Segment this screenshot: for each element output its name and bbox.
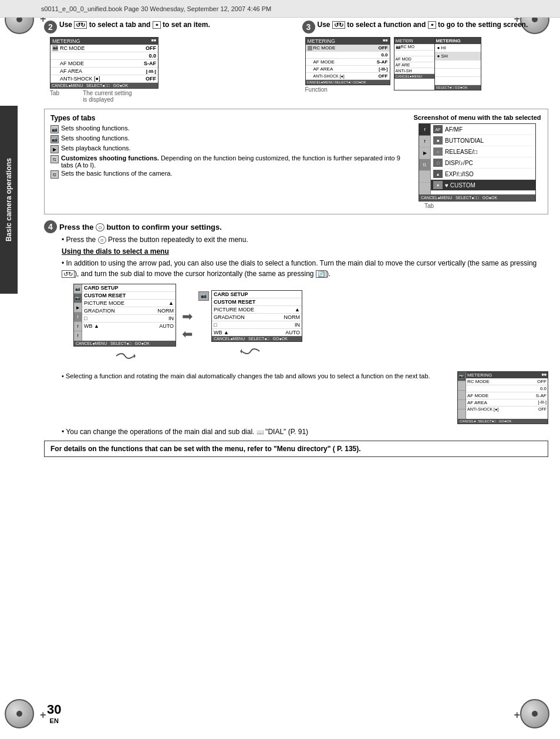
type5-text: Sets the basic functions of the camera. bbox=[61, 170, 173, 177]
metering-content: METERING■■ RC MODEOFF 0.0 AF MODES-AF AF… bbox=[466, 372, 548, 419]
type3-text: Sets playback functions. bbox=[61, 145, 131, 152]
type-icon-1: 📷 bbox=[50, 125, 59, 133]
type-row-2: 📷 Sets shooting functions. bbox=[50, 135, 401, 143]
types-right: Screenshot of menu with the tab selected… bbox=[413, 114, 542, 209]
dial-symbol-1 bbox=[73, 349, 176, 367]
info-box: For details on the functions that can be… bbox=[44, 441, 548, 457]
screen1-labels: Tab The current settingis displayed bbox=[50, 90, 291, 103]
menu-footer: CANCEL●MENU SELECT●□□ GO●OK bbox=[419, 194, 535, 201]
setup-screen-1: 📷 📷 ▶ f f f CARD SETUP CUSTOM RESET PICT… bbox=[73, 284, 176, 367]
main-content: 2 Use ↺↻ to select a tab and ⚬ to set an… bbox=[44, 21, 548, 727]
setup-cam-2: CARD SETUP CUSTOM RESET PICTURE MODE▲ GR… bbox=[211, 290, 302, 342]
current-setting-label: The current settingis displayed bbox=[83, 90, 131, 103]
svg-marker-0 bbox=[134, 354, 136, 358]
type4-desc: Customizes shooting functions. Depending… bbox=[61, 154, 401, 169]
menu-icon-e: ▲ bbox=[433, 170, 443, 178]
menu-icon-r: ○ bbox=[433, 147, 443, 156]
step2-num: 2 bbox=[44, 21, 57, 33]
camera-icon: 📷 bbox=[198, 291, 209, 301]
menu-tab-col: f f ▶ f1 bbox=[419, 124, 431, 194]
menu-icon-af: AF bbox=[433, 125, 443, 133]
cam-row: 0.0 bbox=[50, 52, 158, 60]
step4-area: 4 Press the ○ button to confirm your set… bbox=[44, 220, 548, 457]
cam-screen-1: METERING ■■ 📷 RC MODE OFF 0.0 bbox=[50, 37, 158, 89]
bottom-note: • You can change the operations of the m… bbox=[62, 428, 548, 436]
cam-popup: METERING ● HI ● SH SELECT●□ GO●OK bbox=[434, 37, 481, 90]
metering-tab: 📷 bbox=[458, 372, 466, 419]
horizontal-arrows: ➡ ⬅ bbox=[182, 309, 193, 342]
metering-cam: 📷 METERING■■ RC MODEOFF 0.0 AF MODES-AF … bbox=[457, 371, 548, 424]
cam-row: AF AREA [-III-] bbox=[306, 66, 390, 73]
svg-marker-1 bbox=[240, 349, 242, 354]
type-icon-4: f1 bbox=[50, 155, 59, 163]
bullet2-row: • Selecting a function and rotating the … bbox=[62, 371, 548, 424]
cam-row: AF MODE S-AF bbox=[306, 59, 390, 66]
left-arrow: ⬅ bbox=[182, 327, 193, 342]
step3-screen-a: METERING ■■ RC MODE OFF 0.0 bbox=[305, 37, 390, 93]
tab-label-2: Tab bbox=[424, 203, 542, 209]
cam-row: ANTI-SHOCK [●] OFF bbox=[306, 73, 390, 80]
types-left: Types of tabs 📷 Sets shooting functions.… bbox=[50, 114, 401, 209]
types-box: Types of tabs 📷 Sets shooting functions.… bbox=[44, 109, 548, 214]
side-tab: Basic camera operations bbox=[0, 106, 18, 294]
step2-text: Use ↺↻ to select a tab and ⚬ to set an i… bbox=[59, 21, 210, 29]
tab-label: Tab bbox=[50, 90, 59, 103]
cam-row: ANTI-SHOCK [●] OFF bbox=[50, 75, 158, 83]
setup-tab-1: 📷 📷 ▶ f f f bbox=[74, 284, 82, 341]
cam-screen2-footer: CANCEL●MENU SELECT●□ GO●OK bbox=[306, 80, 390, 85]
cam-screen-3-left: METERI 📷RC MO AF MOD AF ARE ANTI-SH CANC… bbox=[394, 37, 435, 90]
steps-2-3-row: 2 Use ↺↻ to select a tab and ⚬ to set an… bbox=[44, 21, 548, 103]
right-arrow: ➡ bbox=[182, 309, 193, 324]
dials-para: • In addition to using the arrow pad, yo… bbox=[62, 258, 548, 279]
cam-row: AF AREA [-III-] bbox=[50, 68, 158, 75]
header-text: s0011_e_00_0_unified.book Page 30 Wednes… bbox=[41, 5, 271, 12]
type-row-3: ▶ Sets playback functions. bbox=[50, 145, 401, 153]
setup-footer-1: CANCEL●MENU SELECT●□ GO●OK bbox=[74, 341, 176, 346]
types-title: Types of tabs bbox=[50, 114, 401, 122]
step2-col: 2 Use ↺↻ to select a tab and ⚬ to set an… bbox=[44, 21, 291, 103]
step2-heading: 2 Use ↺↻ to select a tab and ⚬ to set an… bbox=[44, 21, 291, 33]
setup-cam-1: 📷 📷 ▶ f f f CARD SETUP CUSTOM RESET PICT… bbox=[73, 284, 176, 347]
menu-item-custom: ♥ ♥ CUSTOM bbox=[431, 180, 535, 191]
cam-screen1-footer: CANCEL●MENU SELECT●□□ GO●OK bbox=[50, 83, 158, 88]
step3-text: Use ↺↻ to select a function and ⚬ to go … bbox=[318, 21, 528, 29]
step4-text: Press the ○ button to confirm your setti… bbox=[59, 223, 222, 231]
type-row-5: f2 Sets the basic functions of the camer… bbox=[50, 170, 401, 179]
menu-icon-b: ■ bbox=[433, 136, 443, 145]
type-icon-5: f2 bbox=[50, 170, 59, 179]
cam-row: 0.0 bbox=[306, 52, 390, 59]
step2-screen-area: METERING ■■ 📷 RC MODE OFF 0.0 bbox=[50, 37, 291, 103]
setup-screens-row: 📷 📷 ▶ f f f CARD SETUP CUSTOM RESET PICT… bbox=[73, 284, 548, 367]
header-bar: s0011_e_00_0_unified.book Page 30 Wednes… bbox=[0, 0, 560, 18]
type4-title: Customizes shooting functions. bbox=[61, 154, 159, 162]
cam-row: 📷 RC MODE OFF bbox=[50, 45, 158, 52]
menu-icon-c: ♥ bbox=[433, 181, 443, 189]
bullet2-left: • Selecting a function and rotating the … bbox=[62, 371, 448, 424]
menu-item-buttondial: ■ BUTTON/DIAL bbox=[431, 135, 535, 146]
menu-item-afmf: AF AF/MF bbox=[431, 124, 535, 135]
cam-row: RC MODE OFF bbox=[306, 45, 390, 52]
menu-icon-d: □ bbox=[433, 159, 443, 167]
step3-col: 3 Use ↺↻ to select a function and ⚬ to g… bbox=[302, 21, 549, 103]
metering-footer: CANCEL● SELECT●□ GO●OK bbox=[458, 419, 548, 424]
setup-screen-2: 📷 CARD SETUP CUSTOM RESET PICTURE MODE▲ … bbox=[198, 290, 302, 361]
screenshot-label: Screenshot of menu with the tab selected bbox=[413, 114, 542, 121]
metering-screen-small: 📷 METERING■■ RC MODEOFF 0.0 AF MODES-AF … bbox=[457, 371, 548, 424]
type-row-1: 📷 Sets shooting functions. bbox=[50, 125, 401, 133]
corner-decoration-bl bbox=[5, 699, 40, 734]
menu-item-disp: □ DISP/♪/PC bbox=[431, 157, 535, 169]
menu-item-release: ○ RELEASE/□ bbox=[431, 146, 535, 157]
menu-items-col: AF AF/MF ■ BUTTON/DIAL ○ RELEASE/□ bbox=[431, 124, 535, 194]
dial-symbol-2 bbox=[198, 344, 302, 361]
type2-text: Sets shooting functions. bbox=[61, 135, 130, 142]
type-row-4: f1 Customizes shooting functions. Depend… bbox=[50, 154, 401, 169]
type-icon-2: 📷 bbox=[50, 135, 59, 143]
cam-row: AF MODE S-AF bbox=[50, 60, 158, 68]
cam-screen1-header: METERING ■■ bbox=[50, 38, 158, 45]
setup-content-1: CARD SETUP CUSTOM RESET PICTURE MODE▲ GR… bbox=[82, 284, 176, 341]
type-icon-3: ▶ bbox=[50, 145, 59, 153]
side-tab-label: Basic camera operations bbox=[5, 158, 13, 241]
menu-item-exp: ▲ EXP/□/ISO bbox=[431, 169, 535, 180]
step4-heading: 4 Press the ○ button to confirm your set… bbox=[44, 220, 548, 233]
cam-screen-2: METERING ■■ RC MODE OFF 0.0 bbox=[305, 37, 390, 85]
